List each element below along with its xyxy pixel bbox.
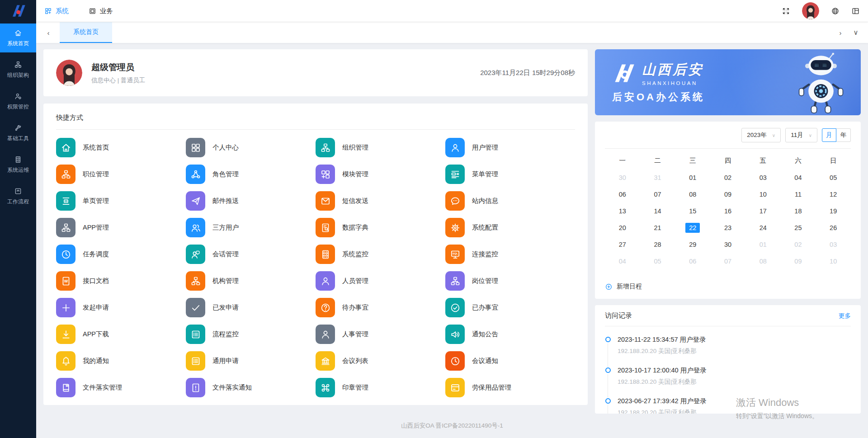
calendar-date[interactable]: 19 [816,207,851,215]
mode-year-button[interactable]: 年 [836,128,851,142]
calendar-date[interactable]: 09 [710,191,745,198]
shortcut-31[interactable]: 通知公告 [445,325,575,344]
calendar-date[interactable]: 06 [605,191,640,198]
calendar-date[interactable]: 13 [605,207,640,215]
year-select[interactable]: 2023年 ∨ [741,128,781,142]
calendar-date[interactable]: 07 [640,191,675,198]
calendar-date[interactable]: 02 [710,174,745,181]
shortcut-34[interactable]: 会议列表 [316,351,445,371]
shortcut-3[interactable]: 用户管理 [445,138,575,157]
calendar-date[interactable]: 16 [710,207,745,215]
shortcut-9[interactable]: 邮件推送 [186,191,316,211]
sidebar-item-5[interactable]: 工作流程 [0,182,36,211]
sidebar-item-1[interactable]: 组织架构 [0,55,36,84]
shortcut-22[interactable]: 人员管理 [316,271,445,291]
calendar-date[interactable]: 17 [745,207,781,215]
shortcut-16[interactable]: 任务调度 [56,245,186,264]
shortcut-15[interactable]: 系统配置 [445,218,575,237]
avatar[interactable] [802,2,819,19]
calendar-date[interactable]: 22 [675,224,710,231]
calendar-date[interactable]: 21 [640,224,675,231]
shortcut-1[interactable]: 个人中心 [186,138,316,157]
calendar-date[interactable]: 05 [640,258,675,265]
calendar-date[interactable]: 04 [605,258,640,265]
calendar-date[interactable]: 11 [781,191,816,198]
calendar-date[interactable]: 29 [675,241,710,248]
calendar-date[interactable]: 03 [745,174,781,181]
shortcut-4[interactable]: 职位管理 [56,165,186,184]
calendar-date[interactable]: 12 [816,191,851,198]
shortcut-25[interactable]: 已发申请 [186,298,316,317]
user-avatar[interactable] [56,60,82,86]
calendar-date[interactable]: 01 [745,241,781,248]
tab-collapse-icon[interactable]: ∨ [852,28,860,37]
calendar-date[interactable]: 02 [781,241,816,248]
shortcut-7[interactable]: 菜单管理 [445,165,575,184]
shortcut-38[interactable]: 印章管理 [316,378,445,397]
more-link[interactable]: 更多 [839,312,851,320]
calendar-date[interactable]: 25 [781,224,816,231]
calendar-date[interactable]: 07 [710,258,745,265]
sidebar-item-2[interactable]: 权限管控 [0,87,36,116]
shortcut-30[interactable]: 人事管理 [316,325,445,344]
calendar-date[interactable]: 10 [816,258,851,265]
shortcut-6[interactable]: 模块管理 [316,165,445,184]
fullscreen-icon[interactable] [782,7,790,15]
calendar-date[interactable]: 01 [675,174,710,181]
sidebar-item-3[interactable]: 基础工具 [0,118,36,147]
app-logo[interactable] [0,0,36,22]
calendar-date[interactable]: 14 [640,207,675,215]
shortcut-14[interactable]: 数据字典 [316,218,445,237]
shortcut-13[interactable]: 三方用户 [186,218,316,237]
shortcut-23[interactable]: 岗位管理 [445,271,575,291]
shortcut-27[interactable]: 已办事宜 [445,298,575,317]
shortcut-20[interactable]: 接口文档 [56,271,186,291]
calendar-date[interactable]: 15 [675,207,710,215]
calendar-date[interactable]: 08 [675,191,710,198]
shortcut-2[interactable]: 组织管理 [316,138,445,157]
calendar-date[interactable]: 28 [640,241,675,248]
calendar-date[interactable]: 18 [781,207,816,215]
shortcut-19[interactable]: 连接监控 [445,245,575,264]
month-select[interactable]: 11月 ∨ [785,128,817,142]
calendar-date[interactable]: 20 [605,224,640,231]
tab-back-icon[interactable]: ‹ [44,29,52,37]
mode-month-button[interactable]: 月 [822,128,836,142]
shortcut-39[interactable]: 劳保用品管理 [445,378,575,397]
shortcut-21[interactable]: 机构管理 [186,271,316,291]
shortcut-18[interactable]: 系统监控 [316,245,445,264]
tab-forward-icon[interactable]: › [836,29,844,37]
calendar-date[interactable]: 23 [710,224,745,231]
calendar-date[interactable]: 03 [816,241,851,248]
shortcut-12[interactable]: APP管理 [56,218,186,237]
shortcut-37[interactable]: 文件落实通知 [186,378,316,397]
calendar-date[interactable]: 26 [816,224,851,231]
add-schedule-button[interactable]: 新增日程 [605,283,851,292]
tab-home[interactable]: 系统首页 [60,22,112,43]
layout-icon[interactable] [851,7,860,15]
calendar-date[interactable]: 05 [816,174,851,181]
shortcut-28[interactable]: APP下载 [56,325,186,344]
calendar-date[interactable]: 09 [781,258,816,265]
shortcut-17[interactable]: 会话管理 [186,245,316,264]
calendar-date[interactable]: 31 [640,174,675,181]
shortcut-0[interactable]: 系统首页 [56,138,186,157]
calendar-date[interactable]: 04 [781,174,816,181]
shortcut-35[interactable]: 会议通知 [445,351,575,371]
topbar-tab-0[interactable]: 系统 [44,7,69,15]
shortcut-8[interactable]: 单页管理 [56,191,186,211]
shortcut-5[interactable]: 角色管理 [186,165,316,184]
calendar-date[interactable]: 08 [745,258,781,265]
shortcut-11[interactable]: 站内信息 [445,191,575,211]
topbar-tab-1[interactable]: 业务 [89,7,113,15]
sidebar-item-4[interactable]: 系统运维 [0,150,36,179]
calendar-date[interactable]: 10 [745,191,781,198]
calendar-date[interactable]: 30 [710,241,745,248]
shortcut-24[interactable]: 发起申请 [56,298,186,317]
shortcut-33[interactable]: 通用申请 [186,351,316,371]
shortcut-10[interactable]: 短信发送 [316,191,445,211]
language-icon[interactable] [831,7,840,15]
calendar-date[interactable]: 27 [605,241,640,248]
calendar-date[interactable]: 06 [675,258,710,265]
shortcut-36[interactable]: 文件落实管理 [56,378,186,397]
